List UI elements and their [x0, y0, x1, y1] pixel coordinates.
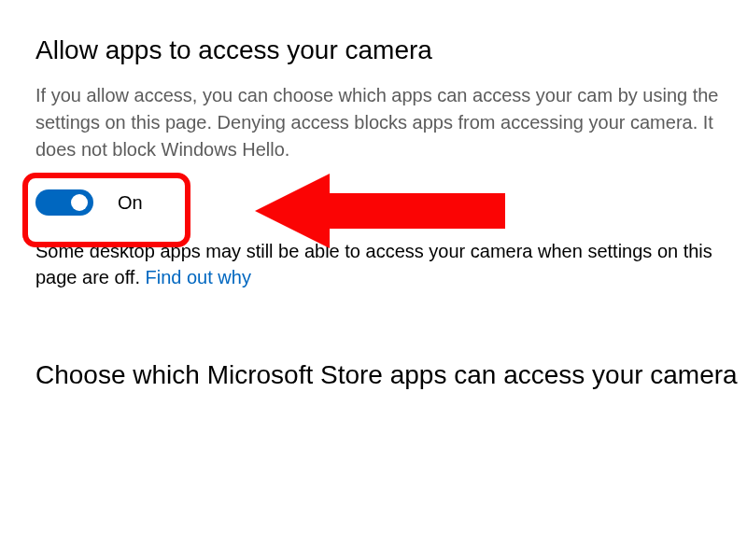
- toggle-knob: [71, 194, 88, 211]
- camera-access-toggle-row: On: [35, 189, 747, 216]
- svg-marker-0: [255, 174, 505, 248]
- allow-camera-heading: Allow apps to access your camera: [35, 35, 747, 65]
- choose-store-apps-heading: Choose which Microsoft Store apps can ac…: [35, 357, 745, 393]
- find-out-why-link[interactable]: Find out why: [146, 267, 251, 287]
- allow-camera-description: If you allow access, you can choose whic…: [35, 82, 745, 163]
- toggle-state-label: On: [118, 192, 143, 214]
- desktop-apps-note-text: Some desktop apps may still be able to a…: [35, 241, 712, 287]
- desktop-apps-note: Some desktop apps may still be able to a…: [35, 238, 731, 290]
- camera-access-toggle[interactable]: [35, 189, 93, 216]
